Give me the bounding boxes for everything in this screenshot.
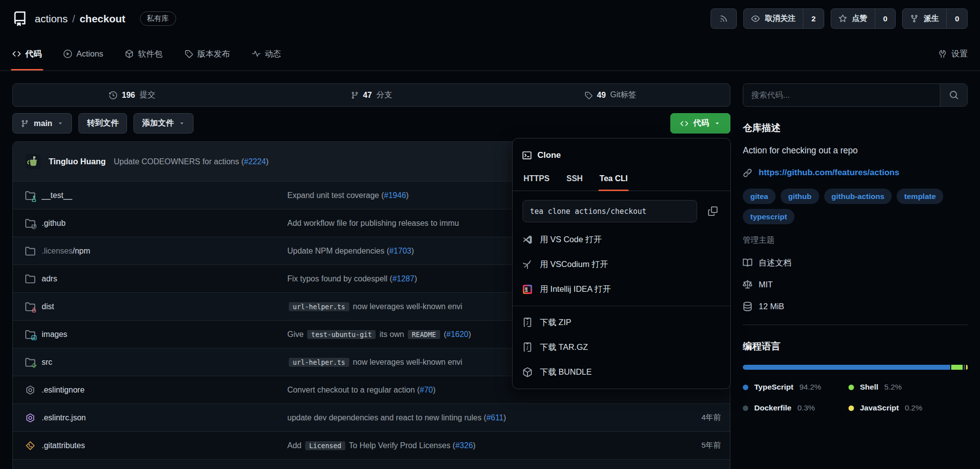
topic-github-actions[interactable]: github-actions: [824, 189, 892, 204]
search-button[interactable]: [940, 84, 967, 106]
branch-name: main: [34, 119, 52, 128]
file-type-icon: [25, 413, 35, 423]
file-name-text: __test__: [42, 191, 72, 200]
file-name-text: dist: [42, 302, 54, 311]
idea-icon: [523, 284, 532, 294]
repo-tabbar: 代码 Actions 软件包 版本发布 动态 设置: [0, 37, 980, 71]
repo-description: Action for checking out a repo: [743, 145, 968, 156]
clone-tab-tea-cli[interactable]: Tea CLI: [598, 170, 629, 191]
tab-packages[interactable]: 软件包: [125, 37, 163, 70]
file-name[interactable]: dist: [42, 302, 54, 311]
add-file-button[interactable]: 添加文件: [133, 113, 194, 134]
repo-meta: 自述文档 MIT 12 MiB: [743, 256, 968, 314]
watch-count[interactable]: 2: [803, 9, 824, 28]
language-color-dot: [743, 385, 748, 390]
download-zip[interactable]: 下载 ZIP: [513, 310, 730, 335]
file-name[interactable]: src: [42, 358, 52, 367]
unwatch-button[interactable]: 取消关注 2: [743, 8, 824, 29]
folder-icon: [25, 246, 35, 256]
license-link[interactable]: MIT: [743, 277, 968, 292]
stat-label: Git标签: [610, 90, 636, 100]
issue-link[interactable]: #1703: [389, 247, 411, 255]
issue-link[interactable]: #1287: [392, 274, 415, 283]
tab-releases[interactable]: 版本发布: [185, 37, 230, 70]
manage-topics-link[interactable]: 管理主题: [743, 235, 968, 246]
issue-link[interactable]: #70: [420, 386, 433, 394]
topic-typescript[interactable]: typescript: [743, 209, 794, 224]
search-input[interactable]: [743, 84, 940, 106]
open-in-intellij-idea[interactable]: 用 Intellij IDEA 打开: [513, 277, 730, 302]
file-name[interactable]: .github: [42, 219, 65, 228]
stat-commits[interactable]: 196 提交: [13, 84, 252, 106]
file-row: .gitattributes Add Licensed To Help Veri…: [13, 431, 730, 459]
sidebar: 仓库描述 Action for checking out a repo http…: [743, 83, 968, 412]
stat-tags[interactable]: 49 Git标签: [491, 84, 730, 106]
file-name[interactable]: adrs: [42, 274, 57, 283]
file-row: .eslintrc.json update dev dependencies a…: [13, 403, 730, 431]
language-bar-segment: [966, 365, 968, 370]
clone-tab-ssh[interactable]: SSH: [565, 170, 584, 191]
git-diamond-icon: [25, 441, 35, 451]
language-bar-segment: [964, 365, 965, 370]
issue-link[interactable]: #326: [455, 441, 473, 450]
language-bar-segment: [951, 365, 963, 370]
file-type-icon: [25, 357, 35, 367]
readme-link[interactable]: 自述文档: [743, 256, 968, 270]
tab-icon: [185, 50, 193, 58]
file-commit-date: 4年前: [666, 412, 721, 423]
language-bar: [743, 365, 968, 370]
rss-button[interactable]: [711, 8, 737, 29]
clone-tab-https[interactable]: HTTPS: [523, 170, 550, 191]
file-name[interactable]: __test__: [42, 191, 72, 200]
topic-template[interactable]: template: [897, 189, 943, 204]
issue-link[interactable]: #611: [486, 413, 503, 422]
test-badge-icon: [31, 196, 37, 202]
open-in-vscodium[interactable]: 用 VSCodium 打开: [513, 252, 730, 277]
download-tar-gz[interactable]: 下载 TAR.GZ: [513, 335, 730, 360]
goto-file-button[interactable]: 转到文件: [78, 113, 127, 134]
language-legend-item: JavaScript 0.2%: [849, 403, 968, 412]
file-name[interactable]: .eslintrc.json: [42, 413, 86, 422]
toolbar: main 转到文件 添加文件 代码: [12, 113, 730, 134]
file-name-prefix: .licenses: [42, 247, 72, 255]
star-button[interactable]: 点赞 0: [831, 8, 896, 29]
code-dropdown-button[interactable]: 代码: [670, 113, 730, 134]
commit-author[interactable]: Tingluo Huang: [49, 157, 106, 166]
tab-actions[interactable]: Actions: [64, 37, 103, 70]
repo-name-link[interactable]: checkout: [79, 13, 125, 25]
repo-actions: 取消关注 2 点赞 0 派生 0: [711, 8, 968, 29]
avatar[interactable]: [25, 154, 41, 169]
settings-label: 设置: [951, 49, 968, 60]
fork-button[interactable]: 派生 0: [902, 8, 968, 29]
fork-count[interactable]: 0: [946, 9, 967, 28]
download-bundle[interactable]: 下载 BUNDLE: [513, 360, 730, 385]
copy-button[interactable]: [705, 203, 720, 219]
file-name-text: .eslintrc.json: [42, 413, 86, 422]
topic-github[interactable]: github: [781, 189, 819, 204]
copy-icon: [708, 206, 718, 216]
tab-settings[interactable]: 设置: [938, 37, 968, 70]
file-type-icon: [25, 330, 35, 339]
file-name[interactable]: images: [42, 330, 67, 339]
language-percent: 0.3%: [797, 403, 815, 412]
message-text: ): [266, 157, 268, 166]
file-name[interactable]: .licenses/npm: [42, 247, 90, 256]
open-in-vscode[interactable]: 用 VS Code 打开: [513, 227, 730, 252]
file-name-text: adrs: [42, 274, 57, 283]
repo-owner-link[interactable]: actions: [35, 13, 68, 25]
file-name[interactable]: .eslintignore: [42, 386, 84, 395]
branch-selector[interactable]: main: [12, 113, 72, 134]
topic-gitea[interactable]: gitea: [743, 189, 776, 204]
website-link[interactable]: https://github.com/features/actions: [759, 168, 899, 178]
inline-code-chip: url-helper.ts: [289, 358, 349, 367]
stat-branches[interactable]: 47 分支: [252, 84, 491, 106]
issue-link[interactable]: #1946: [384, 191, 406, 200]
tab-activity[interactable]: 动态: [252, 37, 281, 70]
eye-icon: [751, 14, 760, 23]
clone-url-input[interactable]: [523, 200, 697, 222]
tab-code[interactable]: 代码: [12, 37, 42, 70]
file-name[interactable]: .gitattributes: [42, 441, 85, 450]
issue-link[interactable]: #1620: [447, 330, 469, 338]
issue-link[interactable]: #2224: [244, 157, 266, 166]
star-count[interactable]: 0: [875, 9, 896, 28]
